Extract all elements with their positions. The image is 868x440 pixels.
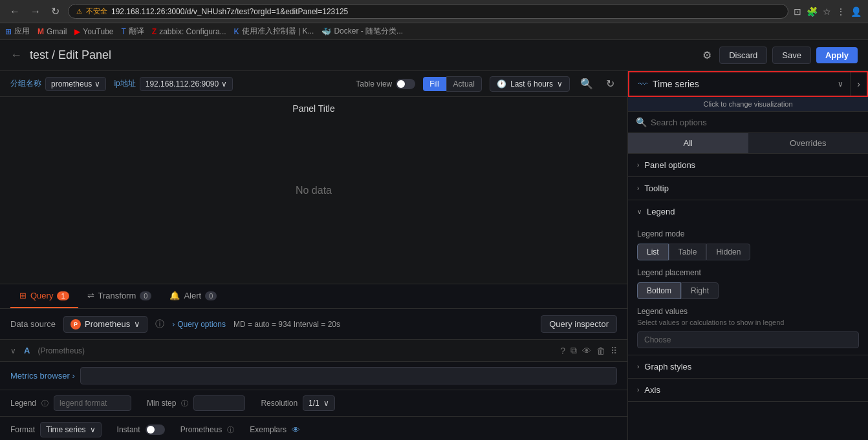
data-source-info-icon[interactable]: ⓘ bbox=[155, 319, 164, 330]
no-data-text: No data bbox=[296, 185, 332, 196]
min-step-label: Min step bbox=[147, 399, 176, 408]
bookmark-k8s[interactable]: K 使用准入控制器 | K... bbox=[234, 26, 314, 37]
query-letter: A bbox=[24, 346, 30, 355]
back-button[interactable]: ← bbox=[10, 48, 22, 62]
bookmark-apps[interactable]: ⊞ 应用 bbox=[5, 26, 30, 37]
bookmark-gmail[interactable]: M Gmail bbox=[38, 27, 67, 36]
legend-mode-hidden[interactable]: Hidden bbox=[706, 244, 750, 260]
filter-ip-select[interactable]: 192.168.112.26:9090 ∨ bbox=[140, 77, 233, 91]
discard-button[interactable]: Discard bbox=[719, 47, 767, 64]
graph-styles-header[interactable]: › Graph styles bbox=[628, 355, 868, 378]
panel-title: Panel Title bbox=[292, 103, 334, 114]
instant-toggle[interactable] bbox=[146, 424, 165, 435]
gmail-icon: M bbox=[38, 27, 44, 36]
extensions-puzzle-icon[interactable]: ⋮ bbox=[836, 6, 845, 17]
apply-button[interactable]: Apply bbox=[816, 47, 858, 63]
query-inspector-button[interactable]: Query inspector bbox=[541, 315, 617, 333]
zoom-out-button[interactable]: 🔍 bbox=[578, 75, 596, 92]
min-step-input[interactable] bbox=[193, 395, 245, 411]
tooltip-label: Tooltip bbox=[644, 183, 669, 193]
time-range-picker[interactable]: 🕐 Last 6 hours ∨ bbox=[490, 76, 570, 92]
bookmark-zabbix[interactable]: Z zabbix: Configura... bbox=[152, 27, 226, 36]
actual-button[interactable]: Actual bbox=[446, 76, 482, 92]
all-overrides-tabs: All Overrides bbox=[628, 133, 868, 154]
data-source-chevron: ∨ bbox=[134, 319, 140, 329]
preview-area: Panel Title No data bbox=[0, 97, 627, 284]
legend-label: Legend bbox=[10, 399, 36, 408]
main-panel: 分组名称 prometheus ∨ ip地址 192.168.112.26:90… bbox=[0, 71, 627, 440]
search-options-input[interactable] bbox=[651, 118, 860, 127]
browser-forward[interactable]: → bbox=[27, 5, 44, 19]
security-warning-text: 不安全 bbox=[86, 6, 107, 16]
table-view-toggle: Table view bbox=[356, 79, 415, 89]
tab-transform[interactable]: ⇌ Transform 0 bbox=[78, 284, 161, 308]
query-drag-icon[interactable]: ⠿ bbox=[611, 346, 617, 356]
axis-header[interactable]: › Axis bbox=[628, 379, 868, 401]
axis-chevron: › bbox=[637, 386, 639, 393]
legend-placement-bottom[interactable]: Bottom bbox=[637, 282, 681, 299]
format-chevron: ∨ bbox=[90, 425, 96, 434]
query-options-toggle[interactable]: › Query options bbox=[172, 320, 226, 329]
prometheus-item: Prometheus ⓘ bbox=[180, 425, 235, 435]
fill-button[interactable]: Fill bbox=[423, 77, 446, 91]
legend-mode-list[interactable]: List bbox=[637, 244, 669, 260]
fill-actual-group: Fill Actual bbox=[423, 76, 482, 92]
bookmark-youtube[interactable]: ▶ YouTube bbox=[74, 27, 113, 36]
settings-button[interactable]: ⚙ bbox=[700, 47, 714, 64]
alert-tab-icon: 🔔 bbox=[169, 291, 180, 300]
legend-mode-label: Legend mode bbox=[637, 229, 859, 238]
tab-all[interactable]: All bbox=[628, 133, 748, 153]
legend-info-icon[interactable]: ⓘ bbox=[41, 399, 49, 408]
data-source-select[interactable]: P Prometheus ∨ bbox=[63, 316, 147, 333]
browser-back[interactable]: ← bbox=[6, 5, 23, 19]
viz-title: Time series bbox=[653, 79, 699, 89]
query-a-row: ∨ A (Prometheus) ? ⧉ 👁 🗑 ⠿ bbox=[0, 340, 627, 362]
legend-placement-right[interactable]: Right bbox=[681, 282, 719, 299]
query-hide-icon[interactable]: 👁 bbox=[582, 346, 591, 356]
instant-toggle-knob bbox=[147, 426, 155, 434]
legend-header[interactable]: ∨ Legend bbox=[628, 200, 868, 223]
viz-header[interactable]: 〰 Time series ∨ › bbox=[628, 71, 868, 97]
legend-values-choose[interactable]: Choose bbox=[637, 331, 859, 348]
tab-overrides[interactable]: Overrides bbox=[748, 133, 869, 153]
panel-options-header[interactable]: › Panel options bbox=[628, 154, 868, 176]
query-duplicate-icon[interactable]: ⧉ bbox=[570, 345, 577, 356]
filter-group-select[interactable]: prometheus ∨ bbox=[45, 77, 106, 91]
screen-cast-icon[interactable]: ⊡ bbox=[794, 6, 801, 17]
browser-refresh[interactable]: ↻ bbox=[48, 4, 63, 19]
browser-nav: ← → ↻ bbox=[6, 4, 63, 19]
prometheus-icon: P bbox=[71, 319, 81, 330]
resolution-value: 1/1 bbox=[309, 399, 320, 408]
save-button[interactable]: Save bbox=[772, 47, 811, 64]
format-select[interactable]: Time series ∨ bbox=[40, 422, 102, 437]
query-options-arrow: › bbox=[172, 320, 175, 329]
metrics-browser-link[interactable]: Metrics browser › bbox=[10, 371, 75, 381]
tab-query[interactable]: ⊞ Query 1 bbox=[10, 284, 78, 308]
min-step-info-icon[interactable]: ⓘ bbox=[181, 399, 188, 408]
address-bar[interactable]: ⚠ 不安全 192.168.112.26:3000/d/v_NHUsh7z/te… bbox=[68, 4, 788, 19]
metrics-query-input[interactable] bbox=[80, 367, 617, 384]
tab-alert[interactable]: 🔔 Alert 0 bbox=[160, 284, 226, 308]
bookmark-icon[interactable]: ☆ bbox=[823, 6, 831, 17]
query-delete-icon[interactable]: 🗑 bbox=[596, 346, 605, 356]
query-help-icon[interactable]: ? bbox=[560, 346, 565, 356]
bookmark-translate[interactable]: T 翻译 bbox=[122, 26, 144, 37]
url-text: 192.168.112.26:3000/d/v_NHUsh7z/test?org… bbox=[111, 7, 348, 16]
legend-input[interactable] bbox=[54, 395, 131, 411]
exemplars-icon[interactable]: 👁 bbox=[292, 425, 300, 435]
tooltip-header[interactable]: › Tooltip bbox=[628, 177, 868, 200]
extensions-icon[interactable]: 🧩 bbox=[807, 6, 818, 17]
query-tabs: ⊞ Query 1 ⇌ Transform 0 🔔 Alert 0 bbox=[0, 284, 627, 309]
legend-mode-table[interactable]: Table bbox=[669, 244, 707, 260]
refresh-button[interactable]: ↻ bbox=[603, 75, 617, 92]
transform-tab-icon: ⇌ bbox=[87, 291, 94, 300]
table-view-switch[interactable] bbox=[396, 79, 415, 89]
query-collapse-icon[interactable]: ∨ bbox=[10, 346, 16, 355]
profile-icon[interactable]: 👤 bbox=[851, 6, 862, 17]
bookmark-docker[interactable]: 🐳 Docker - 随笔分类... bbox=[321, 26, 403, 37]
translate-icon: T bbox=[122, 27, 126, 36]
resolution-select[interactable]: 1/1 ∨ bbox=[303, 395, 335, 411]
metrics-browser-arrow: › bbox=[72, 371, 74, 381]
alert-tab-badge: 0 bbox=[205, 291, 217, 300]
prometheus-info-icon[interactable]: ⓘ bbox=[227, 425, 234, 435]
